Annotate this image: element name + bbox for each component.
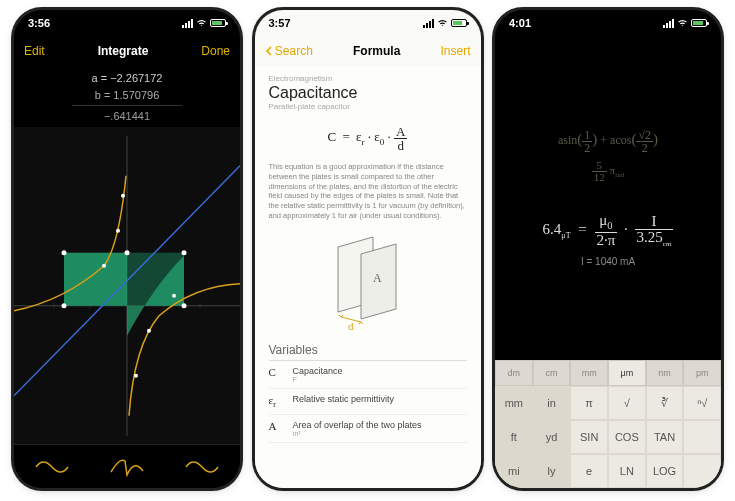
tab-um[interactable]: μm <box>608 360 646 386</box>
svg-point-15 <box>134 373 138 377</box>
key-pi[interactable]: π <box>570 386 608 420</box>
var-row[interactable]: A Area of overlap of the two platesm² <box>269 415 467 443</box>
variables-heading: Variables <box>269 343 467 361</box>
key-blank[interactable] <box>683 420 721 454</box>
integration-values: a = −2.267172 b = 1.570796 −.641441 <box>14 66 240 127</box>
battery-icon <box>451 19 467 27</box>
signal-icon <box>423 19 434 28</box>
tab-pm[interactable]: pm <box>683 360 721 386</box>
expr-result-prev: 512 πrad <box>592 160 624 183</box>
svg-point-17 <box>172 293 176 297</box>
tab-cm[interactable]: cm <box>533 360 571 386</box>
key-e[interactable]: e <box>570 454 608 488</box>
value-result: −.641441 <box>14 106 240 125</box>
key-grid: mm in π √ ∛ ⁿ√ ft yd SIN COS TAN mi ly e… <box>495 386 721 488</box>
clock: 3:57 <box>269 17 291 29</box>
key-nroot[interactable]: ⁿ√ <box>683 386 721 420</box>
unit-tabs: dm cm mm μm nm pm <box>495 360 721 386</box>
insert-button[interactable]: Insert <box>440 44 470 58</box>
capacitor-diagram: A d <box>269 227 467 337</box>
wifi-icon <box>196 19 207 27</box>
bottom-toolbar <box>14 444 240 488</box>
navbar: Search Formula Insert <box>255 36 481 66</box>
screen-calculator: 4:01 asin(12) + acos(√22) 512 πrad 6.4μT… <box>495 10 721 488</box>
battery-icon <box>691 19 707 27</box>
expr-history: asin(12) + acos(√22) <box>558 129 658 154</box>
key-mm[interactable]: mm <box>495 386 533 420</box>
battery-icon <box>210 19 226 27</box>
status-icons <box>663 19 707 28</box>
subheading: Parallel-plate capacitor <box>269 102 467 111</box>
tab-dm[interactable]: dm <box>495 360 533 386</box>
key-tan[interactable]: TAN <box>646 420 684 454</box>
clock: 3:56 <box>28 17 50 29</box>
value-a: a = −2.267172 <box>14 70 240 87</box>
key-ln[interactable]: LN <box>608 454 646 488</box>
svg-text:A: A <box>373 271 382 285</box>
edit-button[interactable]: Edit <box>24 44 45 58</box>
page-title: Integrate <box>98 44 149 58</box>
heading: Capacitance <box>269 84 467 102</box>
key-cos[interactable]: COS <box>608 420 646 454</box>
value-b: b = 1.570796 <box>72 87 182 107</box>
key-sqrt[interactable]: √ <box>608 386 646 420</box>
var-symbol: A <box>269 420 293 437</box>
var-symbol: εr <box>269 394 293 409</box>
var-row[interactable]: C CapacitanceF <box>269 361 467 389</box>
description: This equation is a good approximation if… <box>269 162 467 221</box>
back-button[interactable]: Search <box>265 44 313 58</box>
signal-icon <box>182 19 193 28</box>
tab-nm[interactable]: nm <box>646 360 684 386</box>
wave-icon[interactable] <box>185 457 219 477</box>
signal-icon <box>663 19 674 28</box>
page-title: Formula <box>353 44 400 58</box>
screen-formula: 3:57 Search Formula Insert Electromagnet… <box>255 10 481 488</box>
category: Electromagnetism <box>269 74 467 83</box>
status-bar: 3:56 <box>14 10 240 36</box>
key-in[interactable]: in <box>533 386 571 420</box>
graph-canvas[interactable] <box>14 127 240 445</box>
var-symbol: C <box>269 366 293 383</box>
svg-point-13 <box>116 228 120 232</box>
expr-subline: I = 1040 mA <box>581 256 635 267</box>
var-row[interactable]: εr Relative static permittivity <box>269 389 467 415</box>
display-area[interactable]: asin(12) + acos(√22) 512 πrad 6.4μT = μ0… <box>495 36 721 360</box>
svg-point-8 <box>182 303 187 308</box>
key-ly[interactable]: ly <box>533 454 571 488</box>
wave-icon[interactable] <box>35 457 69 477</box>
svg-point-12 <box>102 263 106 267</box>
status-icons <box>182 19 226 28</box>
svg-point-11 <box>125 250 130 255</box>
key-mi[interactable]: mi <box>495 454 533 488</box>
done-button[interactable]: Done <box>201 44 230 58</box>
key-sin[interactable]: SIN <box>570 420 608 454</box>
key-log[interactable]: LOG <box>646 454 684 488</box>
keypad: dm cm mm μm nm pm mm in π √ ∛ ⁿ√ ft yd S… <box>495 360 721 488</box>
svg-point-9 <box>62 250 67 255</box>
expr-current: 6.4μT = μ02·π · I3.25cm <box>543 213 674 248</box>
clock: 4:01 <box>509 17 531 29</box>
status-bar: 4:01 <box>495 10 721 36</box>
wifi-icon <box>437 19 448 27</box>
key-cbrt[interactable]: ∛ <box>646 386 684 420</box>
key-blank[interactable] <box>683 454 721 488</box>
formula-content[interactable]: Electromagnetism Capacitance Parallel-pl… <box>255 66 481 488</box>
wave-cusp-icon[interactable] <box>110 457 144 477</box>
tab-mm[interactable]: mm <box>570 360 608 386</box>
status-bar: 3:57 <box>255 10 481 36</box>
wifi-icon <box>677 19 688 27</box>
svg-point-16 <box>147 328 151 332</box>
screen-integrate: 3:56 Edit Integrate Done a = −2.267172 b… <box>14 10 240 488</box>
status-icons <box>423 19 467 28</box>
navbar: Edit Integrate Done <box>14 36 240 66</box>
svg-point-7 <box>62 303 67 308</box>
key-ft[interactable]: ft <box>495 420 533 454</box>
svg-point-14 <box>121 193 125 197</box>
svg-point-10 <box>182 250 187 255</box>
formula-display: C = εr · ε0 · Ad <box>269 111 467 162</box>
key-yd[interactable]: yd <box>533 420 571 454</box>
svg-text:d: d <box>348 320 354 332</box>
